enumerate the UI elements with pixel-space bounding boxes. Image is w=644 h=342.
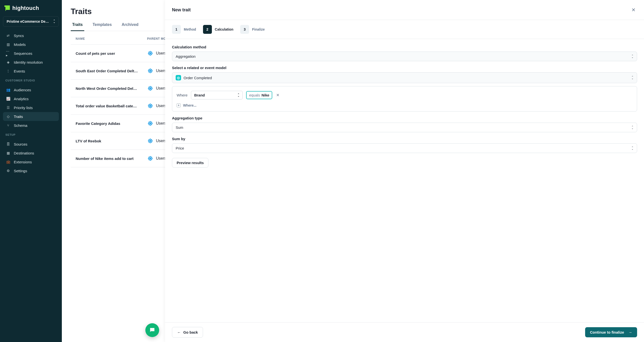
events-icon: ⋮ [6,69,10,73]
step-number: 1 [172,25,181,34]
model-badge-icon: ◎ [176,75,181,80]
schema-icon: ⑂ [6,123,10,128]
trait-name: Total order value Basketball cate… [76,104,147,108]
snowflake-icon [147,138,154,144]
snowflake-icon [147,120,154,127]
sidebar-item-models[interactable]: ▥Models [3,40,59,49]
preview-results-label: Preview results [177,161,204,165]
parent-model-label: Users [156,69,166,73]
sidebar-item-events[interactable]: ⋮Events [3,67,59,76]
parent-model: Users [147,103,166,109]
sidebar-item-label: Identity resolution [14,60,43,64]
identity-resolution-icon: ◈ [6,60,10,64]
parent-model: Users [147,85,166,92]
step-number: 3 [240,25,249,34]
where-label: Where [177,93,188,97]
calc-method-select[interactable]: Aggregation [172,52,637,61]
add-where-button[interactable]: + Where... [177,103,632,107]
parent-model-label: Users [156,139,166,143]
close-icon[interactable]: ✕ [630,6,637,14]
go-back-label: Go back [183,330,198,334]
sidebar-item-label: Sequences [14,51,32,56]
workspace-picker[interactable]: Pristine eCommerce De… [3,16,59,27]
step-label: Finalize [252,27,264,31]
sidebar-item-audiences[interactable]: 👥Audiences [3,85,59,94]
sidebar-item-label: Sources [14,142,27,146]
chat-icon [149,327,156,333]
agg-type-select[interactable]: Sum [172,123,637,132]
sum-by-value: Price [176,146,184,150]
sidebar-item-sources[interactable]: 🗄Sources [3,140,59,148]
tab-traits[interactable]: Traits [71,20,84,31]
drawer-footer: Go back Continue to finalize [165,322,644,342]
step-label: Method [184,27,196,31]
sidebar-item-identity-resolution[interactable]: ◈Identity resolution [3,58,59,67]
sequences-icon: ⋯▸ [6,51,10,56]
sidebar-item-traits[interactable]: ◇Traits [3,112,59,121]
chevron-updown-icon [632,55,634,58]
step-finalize[interactable]: 3Finalize [240,25,264,34]
parent-model-label: Users [156,86,166,91]
snowflake-icon [147,85,154,92]
step-calculation[interactable]: 2Calculation [203,25,233,34]
parent-model-label: Users [156,156,166,161]
syncs-icon: ⇄ [6,33,10,38]
nav-heading-customer: CUSTOMER STUDIO [3,76,59,84]
parent-model-label: Users [156,51,166,56]
chat-fab[interactable] [145,323,159,337]
continue-button[interactable]: Continue to finalize [585,327,637,337]
trait-name: Number of Nike items add to cart [76,156,147,161]
sidebar-item-destinations[interactable]: ▦Destinations [3,148,59,157]
where-field-select[interactable]: Brand [191,91,243,99]
wizard-steps: 1Method2Calculation3Finalize [165,20,644,39]
add-where-label: Where... [183,103,196,107]
sidebar-item-sequences[interactable]: ⋯▸Sequences [3,49,59,58]
tab-archived[interactable]: Archived [120,20,140,31]
parent-model: Users [147,138,166,144]
sidebar-item-label: Settings [14,169,27,173]
extensions-icon: 💼 [6,160,10,164]
sidebar-item-label: Events [14,69,25,73]
arrow-left-icon [177,330,181,334]
tab-templates[interactable]: Templates [91,20,113,31]
sidebar-item-settings[interactable]: ⚙Settings [3,166,59,175]
where-value: Nike [262,93,269,97]
trait-name: North West Order Completed Del… [76,86,147,91]
snowflake-icon [147,50,154,57]
sidebar-item-label: Schema [14,123,27,128]
sidebar-item-label: Audiences [14,88,31,92]
workspace-name: Pristine eCommerce De… [7,20,49,24]
where-condition-chip[interactable]: equals Nike [246,91,272,99]
parent-model: Users [147,155,166,162]
plus-icon: + [177,103,180,107]
nav-heading-setup: SETUP [3,130,59,138]
where-field-value: Brand [194,93,205,97]
sidebar-item-label: Syncs [14,34,24,38]
sidebar-item-extensions[interactable]: 💼Extensions [3,157,59,166]
sidebar-item-label: Destinations [14,151,34,155]
logo-mark-icon [4,6,10,11]
sidebar-item-schema[interactable]: ⑂Schema [3,121,59,130]
step-method[interactable]: 1Method [172,25,196,34]
chevron-updown-icon [632,147,634,150]
remove-condition-icon[interactable]: ✕ [276,92,280,98]
snowflake-icon [147,155,154,162]
settings-icon: ⚙ [6,168,10,173]
model-value: Order Completed [184,76,212,80]
trait-name: Count of pets per user [76,51,147,56]
parent-model: Users [147,50,166,57]
chevron-updown-icon [632,126,634,129]
sidebar: hightouch Pristine eCommerce De… ⇄Syncs▥… [0,0,62,342]
parent-model-label: Users [156,121,166,126]
model-select[interactable]: ◎ Order Completed [172,72,637,83]
trait-name: LTV of Reebok [76,139,147,143]
col-name-header: NAME [76,37,147,41]
sidebar-item-priority-lists[interactable]: ☰Priority lists [3,103,59,112]
sidebar-item-syncs[interactable]: ⇄Syncs [3,31,59,40]
sum-by-select[interactable]: Price [172,143,637,153]
step-label: Calculation [215,27,233,31]
trait-name: South East Order Completed Delt… [76,69,147,73]
preview-results-button[interactable]: Preview results [172,158,208,167]
go-back-button[interactable]: Go back [172,327,203,337]
sidebar-item-analytics[interactable]: 📈Analytics [3,94,59,103]
